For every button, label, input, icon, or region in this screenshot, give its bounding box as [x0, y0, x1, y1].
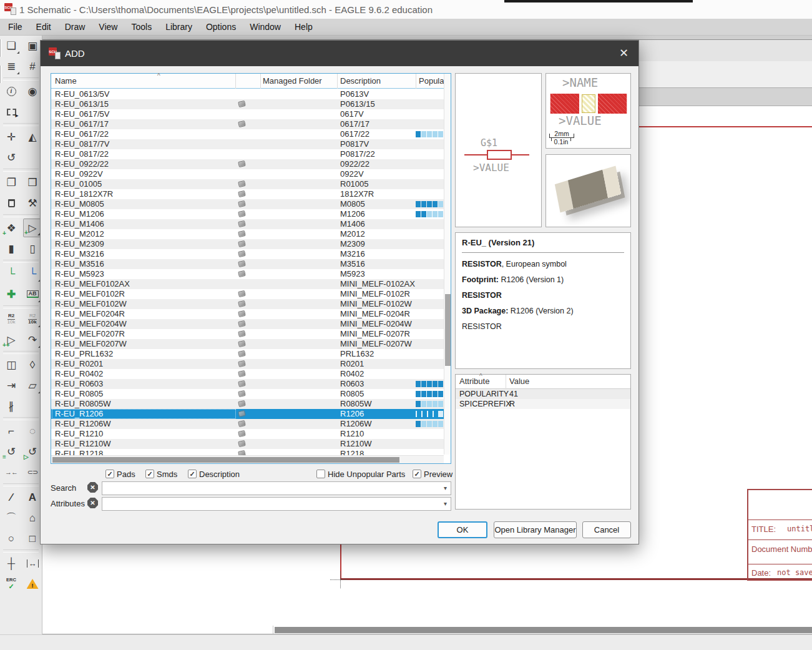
paste-icon[interactable]: ❒: [23, 173, 42, 192]
part-row[interactable]: R-EU_R1210R1210: [51, 429, 444, 439]
part-row[interactable]: R-EU_MELF0102AXMINI_MELF-0102AX: [51, 279, 444, 289]
component-filled-icon[interactable]: ▮: [2, 239, 21, 258]
info-icon[interactable]: i: [2, 82, 21, 101]
column-header-popularity[interactable]: Popula: [419, 76, 444, 86]
add-gate-icon[interactable]: ▷+: [23, 219, 42, 237]
part-row[interactable]: R-EU_M3516M3516: [51, 259, 444, 269]
checkbox-preview[interactable]: ✓: [413, 470, 421, 478]
part-row[interactable]: R-EU_M2309M2309: [51, 239, 444, 249]
eye-icon[interactable]: ◉: [23, 82, 42, 101]
part-row[interactable]: R-EU_MELF0102RMINI_MELF-0102R: [51, 289, 444, 299]
delete-icon[interactable]: [2, 194, 21, 212]
part-row[interactable]: R-EU_0617/5V0617V: [51, 109, 444, 119]
part-row[interactable]: R-EU_M3216M3216: [51, 249, 444, 259]
part-row[interactable]: R-EU_R0805WR0805W: [51, 399, 444, 409]
part-row[interactable]: R-EU_R1206R1206: [51, 409, 444, 419]
part-row[interactable]: R-EU_M0805M0805: [51, 199, 444, 209]
menu-tools[interactable]: Tools: [124, 19, 159, 36]
part-row[interactable]: R-EU_R0603R0603: [51, 379, 444, 389]
canvas-hscrollbar[interactable]: [275, 627, 812, 633]
part-row[interactable]: R-EU_M5923M5923: [51, 269, 444, 279]
menu-window[interactable]: Window: [243, 19, 288, 36]
component-outline-icon[interactable]: ▯: [23, 239, 42, 258]
checkbox-description[interactable]: ✓: [188, 470, 197, 478]
part-row[interactable]: R-EU_01005R01005: [51, 179, 444, 189]
part-row[interactable]: R-EU_R0402R0402: [51, 369, 444, 379]
open-file-icon[interactable]: ❏: [2, 36, 21, 55]
gate-connect-icon[interactable]: ⊂⊃: [23, 463, 42, 481]
wire-icon[interactable]: ∕: [2, 488, 21, 506]
bus-icon[interactable]: └: [23, 264, 42, 283]
ic-package-icon[interactable]: ◫: [2, 355, 21, 374]
change-wrench-icon[interactable]: ⚒: [23, 194, 42, 212]
dimension-icon[interactable]: ┼: [2, 554, 21, 573]
rotate-icon[interactable]: ↺: [2, 148, 21, 167]
measure-icon[interactable]: ↔: [23, 554, 42, 573]
part-row[interactable]: R-EU_R1210WR1210W: [51, 439, 444, 449]
polygon-shape-icon[interactable]: ⌂: [23, 508, 42, 527]
part-row[interactable]: R-EU_MELF0102WMINI_MELF-0102W: [51, 299, 444, 309]
net-icon[interactable]: └: [2, 264, 21, 283]
part-row[interactable]: R-EU_MELF0207WMINI_MELF-0207W: [51, 339, 444, 349]
label-icon[interactable]: AB: [23, 285, 42, 303]
attribute-row[interactable]: POPULARITY41: [456, 389, 630, 399]
attribute-row[interactable]: SPICEPREFIXR: [456, 399, 630, 409]
part-row[interactable]: R-EU_1812X7R1812X7R: [51, 189, 444, 199]
menu-edit[interactable]: Edit: [29, 19, 58, 36]
paint-icon[interactable]: ⌐: [2, 421, 21, 440]
invoke-icon[interactable]: ▷++: [2, 330, 21, 349]
rect-icon[interactable]: □: [23, 529, 42, 548]
parts-hscrollbar-thumb[interactable]: [52, 457, 399, 463]
arc-icon[interactable]: ⌒: [2, 508, 21, 527]
menu-view[interactable]: View: [92, 19, 124, 36]
parts-hscrollbar-track[interactable]: [51, 455, 444, 463]
part-row[interactable]: R-EU_R1206WR1206W: [51, 419, 444, 429]
part-row[interactable]: R-EU_M2012M2012: [51, 229, 444, 239]
ok-button[interactable]: OK: [438, 521, 487, 538]
part-row[interactable]: R-EU_M1406M1406: [51, 219, 444, 229]
menu-file[interactable]: File: [1, 19, 29, 36]
part-row[interactable]: R-EU_R0201R0201: [51, 359, 444, 369]
part-row[interactable]: R-EU_0817/22P0817/22: [51, 149, 444, 159]
part-row[interactable]: R-EU_R0805R0805: [51, 389, 444, 399]
column-header-managed-folder[interactable]: Managed Folder: [263, 76, 322, 86]
smash-icon[interactable]: ◌: [23, 421, 42, 440]
part-row[interactable]: R-EU_0922V0922V: [51, 169, 444, 179]
menu-help[interactable]: Help: [288, 19, 320, 36]
menu-draw[interactable]: Draw: [58, 19, 92, 36]
part-row[interactable]: R-EU_0613/5VP0613V: [51, 89, 444, 99]
move-icon[interactable]: ✛: [2, 127, 21, 146]
text-icon[interactable]: A: [23, 488, 42, 506]
pinswap-icon[interactable]: ↺≡: [2, 442, 21, 461]
menu-library[interactable]: Library: [159, 19, 199, 36]
chevron-down-icon[interactable]: ▾: [444, 500, 447, 507]
circle-icon[interactable]: ○: [2, 529, 21, 548]
port-icon[interactable]: ⇥: [2, 376, 21, 395]
open-library-manager-button[interactable]: Open Library Manager: [494, 521, 577, 538]
split-icon[interactable]: ∦: [2, 396, 21, 415]
dialog-titlebar[interactable]: SCH ADD ✕: [41, 41, 638, 66]
chevron-down-icon[interactable]: ▾: [444, 485, 447, 491]
select-group-icon[interactable]: ▸: [2, 102, 21, 121]
erc-icon[interactable]: ERC✓: [2, 574, 21, 593]
search-input[interactable]: ▾: [102, 481, 451, 495]
part-row[interactable]: R-EU_0617/220617/22: [51, 129, 444, 139]
name-icon[interactable]: R210k: [2, 310, 21, 328]
value-icon[interactable]: R210k: [23, 310, 42, 328]
gateswap-icon[interactable]: ↺▷: [23, 442, 42, 461]
close-icon[interactable]: ✕: [619, 46, 629, 60]
checkbox-pads[interactable]: ✓: [105, 470, 114, 478]
part-row[interactable]: R-EU_PRL1632PRL1632: [51, 349, 444, 359]
part-row[interactable]: R-EU_R1218R1218: [51, 449, 444, 455]
part-row[interactable]: R-EU_0617/170617/17: [51, 119, 444, 129]
menu-options[interactable]: Options: [199, 19, 243, 36]
attribute-table-header[interactable]: Attribute ^ Value: [456, 375, 630, 389]
part-row[interactable]: R-EU_0817/7VP0817V: [51, 139, 444, 149]
part-row[interactable]: R-EU_MELF0204WMINI_MELF-0204W: [51, 319, 444, 329]
parts-table-header[interactable]: Name ^ Managed Folder Description Popula: [51, 74, 451, 89]
join-icon[interactable]: →←: [2, 463, 21, 481]
column-header-name[interactable]: Name: [55, 76, 77, 86]
add-part-icon[interactable]: ❖+: [2, 219, 21, 237]
grid-icon[interactable]: #: [23, 57, 42, 76]
part-row[interactable]: R-EU_MELF0207RMINI_MELF-0207R: [51, 329, 444, 339]
